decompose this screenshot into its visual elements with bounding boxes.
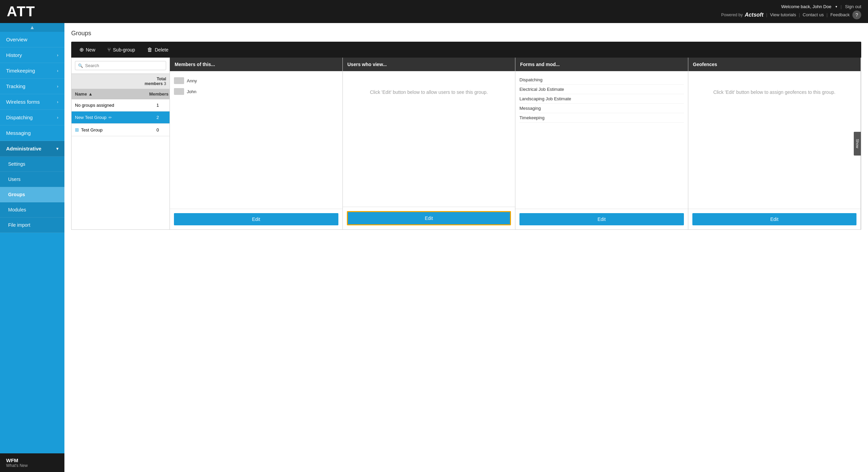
page-title: Groups: [71, 30, 861, 37]
right-panels: Members of this... Anny John Edit: [170, 58, 861, 229]
help-button[interactable]: ?: [852, 11, 861, 19]
sidebar-subitem-file-import[interactable]: File import: [0, 218, 64, 233]
header-left: ATT: [7, 0, 42, 23]
sidebar-item-label: Settings: [8, 161, 25, 167]
avatar: [174, 88, 184, 95]
group-row[interactable]: New Test Group ✏ 2: [72, 111, 170, 124]
users-view-panel-footer: Edit: [343, 207, 515, 229]
subgroup-button[interactable]: ⑂ Sub-group: [105, 45, 138, 54]
member-name: John: [187, 89, 196, 94]
geofences-panel-body: Click 'Edit' button below to assign geof…: [688, 71, 861, 209]
show-sidebar-button[interactable]: Show: [854, 132, 861, 156]
sidebar-item-wireless-forms[interactable]: Wireless forms ›: [0, 94, 64, 110]
members-panel-footer: Edit: [170, 209, 342, 229]
sidebar-subitem-users[interactable]: Users: [0, 172, 64, 187]
main-layout: ▲ Overview History › Timekeeping › Track…: [0, 23, 868, 472]
powered-by-text: Powered by: [721, 13, 743, 17]
sidebar-item-administrative[interactable]: Administrative ▾: [0, 141, 64, 157]
chevron-right-icon: ›: [57, 84, 58, 89]
column-headers: Name ▲ Members: [72, 89, 170, 99]
actsoft-brand: Powered by Actsoft: [721, 12, 763, 18]
pencil-icon[interactable]: ✏: [108, 115, 112, 120]
geofences-edit-button[interactable]: Edit: [692, 213, 857, 225]
sidebar-subitem-settings[interactable]: Settings: [0, 157, 64, 172]
sidebar-footer: WFM What's New: [0, 453, 64, 472]
group-row[interactable]: ⊞ Test Group 0: [72, 124, 170, 136]
group-members-count: 2: [146, 111, 170, 123]
top-header: ATT Welcome back, John Doe ▾ | Sign out …: [0, 0, 868, 23]
sidebar-footer-sub[interactable]: What's New: [6, 463, 58, 468]
groups-container: 🔍 Totalmembers 3 Name ▲ Members: [71, 58, 861, 230]
delete-button[interactable]: 🗑 Delete: [144, 45, 171, 54]
members-panel: Members of this... Anny John Edit: [170, 58, 343, 229]
welcome-text: Welcome back, John Doe: [781, 4, 831, 9]
welcome-chevron[interactable]: ▾: [835, 5, 837, 8]
sidebar-item-overview[interactable]: Overview: [0, 32, 64, 47]
geofences-panel-header: Geofences: [688, 58, 861, 71]
chevron-right-icon: ›: [57, 53, 58, 58]
total-members-header: Totalmembers 3: [72, 74, 170, 89]
sidebar-footer-title: WFM: [6, 457, 58, 463]
sort-indicator[interactable]: ▲: [88, 91, 93, 97]
form-item: Timekeeping: [519, 113, 684, 123]
sidebar-subitem-groups[interactable]: Groups: [0, 187, 64, 202]
header-row2: Powered by Actsoft | View tutorials | Co…: [721, 11, 861, 19]
members-panel-header: Members of this...: [170, 58, 342, 71]
member-item: Anny: [174, 75, 338, 86]
sidebar-item-label: Timekeeping: [6, 68, 35, 74]
view-tutorials-link[interactable]: View tutorials: [770, 12, 796, 17]
sidebar-item-label: Users: [8, 177, 21, 182]
users-view-edit-button[interactable]: Edit: [347, 211, 511, 225]
search-icon: 🔍: [78, 63, 83, 68]
click-edit-message: Click 'Edit' button below to allow users…: [347, 75, 511, 109]
chevron-right-icon: ›: [57, 68, 58, 73]
expand-icon[interactable]: ⊞: [75, 127, 79, 132]
sidebar-item-label: Messaging: [6, 130, 31, 136]
sidebar-item-messaging[interactable]: Messaging: [0, 125, 64, 141]
member-item: John: [174, 86, 338, 97]
header-row1: Welcome back, John Doe ▾ | Sign out: [781, 4, 861, 9]
users-view-panel-header: Users who view...: [343, 58, 515, 71]
form-item: Landscaping Job Estimate: [519, 94, 684, 104]
chevron-right-icon: ›: [57, 115, 58, 120]
sidebar-item-history[interactable]: History ›: [0, 47, 64, 63]
sidebar-item-timekeeping[interactable]: Timekeeping ›: [0, 63, 64, 79]
sidebar-subitem-modules[interactable]: Modules: [0, 202, 64, 218]
actsoft-logo: Actsoft: [745, 12, 763, 18]
plus-circle-icon: ⊕: [79, 46, 84, 53]
sidebar-item-dispatching[interactable]: Dispatching ›: [0, 110, 64, 125]
users-view-panel: Users who view... Click 'Edit' button be…: [343, 58, 516, 229]
search-input-wrapper[interactable]: 🔍: [75, 61, 166, 70]
col-name-label: Name: [75, 91, 87, 97]
sidebar-item-label: Overview: [6, 37, 27, 42]
search-input[interactable]: [85, 63, 163, 68]
feedback-link[interactable]: Feedback: [830, 12, 850, 17]
group-row[interactable]: No groups assigned 1: [72, 99, 170, 111]
sidebar-scroll-up[interactable]: ▲: [0, 23, 64, 32]
header-right: Welcome back, John Doe ▾ | Sign out Powe…: [721, 1, 861, 22]
members-edit-button[interactable]: Edit: [174, 213, 338, 225]
forms-panel-header: Forms and mod...: [515, 58, 688, 71]
member-name: Anny: [187, 78, 197, 83]
groups-toolbar: ⊕ New ⑂ Sub-group 🗑 Delete: [71, 42, 861, 58]
sidebar-item-label: Groups: [8, 192, 25, 197]
sidebar-item-tracking[interactable]: Tracking ›: [0, 79, 64, 94]
sidebar: ▲ Overview History › Timekeeping › Track…: [0, 23, 64, 472]
avatar: [174, 77, 184, 84]
total-members-count: 3: [164, 81, 166, 86]
new-label: New: [86, 47, 95, 53]
search-bar: 🔍: [72, 58, 170, 74]
geofences-panel-footer: Edit: [688, 209, 861, 229]
sidebar-item-label: Modules: [8, 207, 26, 212]
contact-us-link[interactable]: Contact us: [803, 12, 824, 17]
new-button[interactable]: ⊕ New: [77, 45, 98, 54]
chevron-right-icon: ›: [57, 100, 58, 104]
sidebar-item-label: File import: [8, 222, 30, 228]
sign-out-link[interactable]: Sign out: [845, 4, 861, 9]
app-logo: ATT: [7, 0, 42, 23]
forms-edit-button[interactable]: Edit: [519, 213, 684, 225]
delete-label: Delete: [155, 47, 168, 53]
geofences-panel: Geofences Click 'Edit' button below to a…: [688, 58, 861, 229]
col-name-header: Name ▲: [72, 89, 146, 99]
col-members-header: Members: [146, 89, 170, 99]
